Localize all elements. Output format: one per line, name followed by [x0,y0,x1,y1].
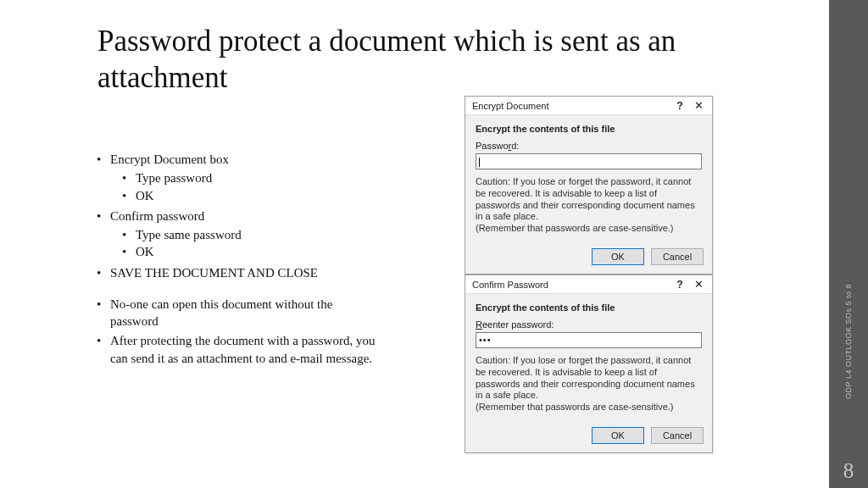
close-icon[interactable]: ✕ [690,98,707,114]
help-icon[interactable]: ? [671,98,688,114]
dialog-titlebar[interactable]: Confirm Password ? ✕ [465,275,712,294]
dialog-title: Confirm Password [472,280,671,290]
ok-button[interactable]: OK [592,427,644,444]
bullet-level2: OK [122,243,376,260]
bullet-level2: OK [122,187,376,204]
password-input[interactable] [476,153,702,169]
cancel-button[interactable]: Cancel [651,248,704,265]
cancel-button[interactable]: Cancel [651,427,704,444]
help-icon[interactable]: ? [671,277,688,292]
bullet-level1: No-one can open this document without th… [97,296,376,330]
caution-text: Caution: If you lose or forget the passw… [476,355,702,413]
bullet-text: SAVE THE DOCUMENT AND CLOSE [110,266,318,280]
slide-sidebar: ODP L4 OUTLOOK SOs 5 to 8 8 [829,0,868,488]
bullet-level1: After protecting the document with a pas… [97,332,376,367]
bullet-level1: SAVE THE DOCUMENT AND CLOSE [97,264,376,281]
dialog-heading: Encrypt the contents of this file [476,124,702,134]
encrypt-document-dialog: Encrypt Document ? ✕ Encrypt the content… [465,96,713,274]
text-caret [479,158,480,167]
dialog-heading: Encrypt the contents of this file [476,302,702,313]
bullet-text: Confirm password [110,209,204,223]
reenter-password-input[interactable]: ••• [476,332,702,348]
bullet-level1: Encrypt Document box Type password OK [97,151,376,204]
page-number: 8 [829,459,868,483]
caution-text: Caution: If you lose or forget the passw… [476,176,702,235]
slide-outline: Encrypt Document box Type password OK Co… [97,151,376,369]
password-label: Password: [476,141,702,151]
bullet-level2: Type same password [122,226,376,243]
bullet-level2: Type password [122,169,376,186]
bullet-text: Encrypt Document box [110,152,229,166]
ok-button[interactable]: OK [592,248,644,265]
close-icon[interactable]: ✕ [690,277,707,292]
input-value: ••• [479,335,492,345]
reenter-password-label: Reenter password: [476,319,702,330]
dialog-title: Encrypt Document [472,101,671,111]
bullet-level1: Confirm password Type same password OK [97,208,376,261]
confirm-password-dialog: Confirm Password ? ✕ Encrypt the content… [465,274,713,453]
slide-title: Password protect a document which is sen… [97,24,759,96]
sidebar-label: ODP L4 OUTLOOK SOs 5 to 8 [844,284,853,399]
dialog-titlebar[interactable]: Encrypt Document ? ✕ [465,97,712,115]
